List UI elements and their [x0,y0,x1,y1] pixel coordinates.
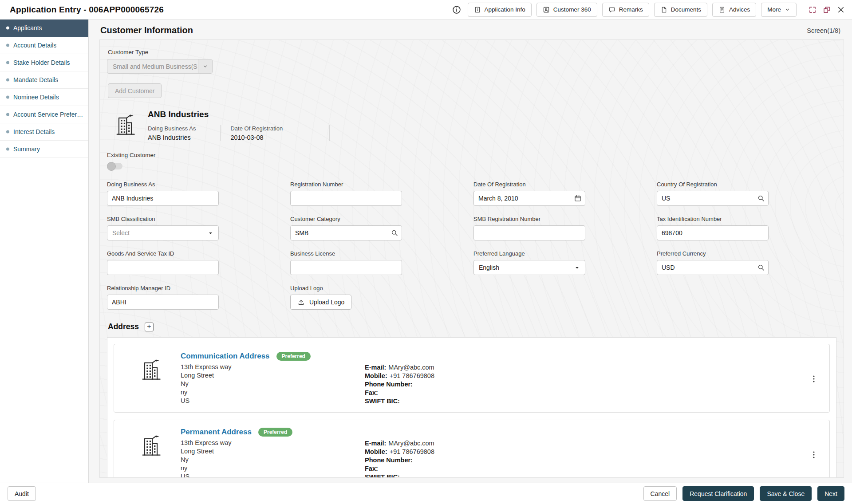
cancel-button[interactable]: Cancel [643,486,677,501]
date-of-registration-input[interactable] [473,191,585,206]
contact-row: Phone Number: [365,456,434,465]
add-address-button[interactable] [145,323,154,331]
field-country-of-registration: Country Of Registration [657,181,840,206]
upload-icon [297,299,305,306]
existing-customer-label: Existing Customer [107,152,836,158]
contact-label: Phone Number: [365,381,413,388]
customer-category-input[interactable] [290,225,402,240]
contact-label: SWIFT BIC: [365,473,400,478]
field-label: Upload Logo [290,285,473,291]
preferred-badge: Preferred [258,428,292,437]
contact-label: Fax: [365,389,378,396]
smb-classification-select[interactable]: Select [107,225,219,240]
upload-logo-button[interactable]: Upload Logo [290,295,351,310]
address-line: US [181,472,365,478]
sidebar-item-label: Interest Details [13,128,55,135]
search-icon[interactable] [757,194,765,202]
field-relationship-manager-id: Relationship Manager ID [107,285,290,310]
address-line: Long Street [181,371,365,380]
sidebar-item-nominee-details[interactable]: Nominee Details [0,89,88,106]
registration-number-input[interactable] [290,191,402,206]
field-upload-logo: Upload Logo Upload Logo [290,285,473,310]
field-label: Customer Category [290,216,473,222]
fullscreen-icon[interactable] [809,6,816,14]
customer-name: ANB Industries [148,110,330,119]
business-license-input[interactable] [290,260,402,275]
request-clarification-button[interactable]: Request Clarification [682,486,754,501]
field-goods-and-service-tax-id: Goods And Service Tax ID [107,250,290,275]
search-icon[interactable] [390,229,398,237]
add-customer-button[interactable]: Add Customer [108,83,162,98]
sidebar-item-label: Account Details [13,42,56,49]
calendar-icon[interactable] [574,194,582,202]
more-caret-icon [785,7,790,12]
sidebar-item-interest-details[interactable]: Interest Details [0,123,88,141]
field-label: Tax Identification Number [657,216,840,222]
close-icon[interactable] [837,6,845,14]
customer-360-label: Customer 360 [553,6,591,13]
country-of-registration-input[interactable] [657,191,769,206]
save-close-button[interactable]: Save & Close [760,486,812,501]
field-label: SMB Classification [107,216,290,222]
address-title-link[interactable]: Communication Address [181,352,270,361]
kebab-menu-icon[interactable] [809,374,819,384]
sidebar-item-account-details[interactable]: Account Details [0,37,88,54]
contact-label: SWIFT BIC: [365,398,400,405]
customer-360-button[interactable]: Customer 360 [536,3,597,17]
contact-label: Mobile: [365,372,387,379]
sidebar-item-stake-holder-details[interactable]: Stake Holder Details [0,54,88,71]
preferred-currency-input[interactable] [657,260,769,275]
info-icon[interactable] [452,5,462,15]
upload-logo-label: Upload Logo [309,299,344,306]
contact-label: E-mail: [365,440,386,447]
field-label: Doing Business As [107,181,290,188]
customer-summary-card: ANB Industries Doing Business As ANB Ind… [113,110,836,141]
audit-button[interactable]: Audit [8,486,36,501]
field-date-of-registration: Date Of Registration [473,181,657,206]
doing-business-as-input[interactable] [107,191,219,206]
customer-summary-body: ANB Industries Doing Business As ANB Ind… [148,110,330,141]
registration-date-block: Date Of Registration 2010-03-08 [220,125,330,141]
contact-row: Phone Number: [365,380,434,389]
documents-button[interactable]: Documents [654,3,707,17]
application-info-icon [474,6,481,13]
field-business-license: Business License [290,250,473,275]
sidebar-item-summary[interactable]: Summary [0,141,88,158]
layout-icon[interactable] [823,6,831,14]
sidebar-item-applicants[interactable]: Applicants [0,20,88,37]
smb-registration-number-input[interactable] [473,225,585,240]
remarks-button[interactable]: Remarks [602,3,649,17]
content-header: Customer Information Screen(1/8) [89,20,852,39]
application-info-button[interactable]: Application Info [468,3,532,17]
sidebar-item-account-service-preferences[interactable]: Account Service Prefere… [0,106,88,123]
customer-type-select[interactable]: Small and Medium Business(S [107,59,213,74]
address-card-communication: Communication Address Preferred 13th Exp… [114,344,830,413]
sidebar-item-mandate-details[interactable]: Mandate Details [0,71,88,89]
kebab-menu-icon[interactable] [809,450,819,460]
contact-value: MAry@abc.com [388,364,434,371]
select-value: Select [112,229,130,236]
preferred-language-select[interactable]: English [473,260,585,275]
footer-actions: Cancel Request Clarification Save & Clos… [643,486,844,501]
advices-button[interactable]: Advices [712,3,756,17]
search-icon[interactable] [757,264,765,272]
tax-identification-number-input[interactable] [657,225,769,240]
bullet-icon [6,130,9,134]
existing-customer-toggle[interactable] [107,163,122,169]
registration-date-value: 2010-03-08 [230,134,283,141]
advices-icon [718,6,726,13]
next-button[interactable]: Next [817,486,844,501]
more-button[interactable]: More [761,3,797,17]
window-controls [806,6,845,14]
sidebar-item-label: Applicants [13,24,42,32]
address-title-link[interactable]: Permanent Address [181,428,252,437]
bullet-icon [6,44,9,47]
registration-date-label: Date Of Registration [230,125,283,132]
contact-label: Phone Number: [365,457,413,464]
goods-and-service-tax-id-input[interactable] [107,260,219,275]
address-details: Permanent Address Preferred 13th Express… [181,428,365,478]
field-tax-identification-number: Tax Identification Number [657,216,840,240]
bullet-icon [6,113,9,116]
field-doing-business-as: Doing Business As [107,181,290,206]
relationship-manager-id-input[interactable] [107,295,219,310]
